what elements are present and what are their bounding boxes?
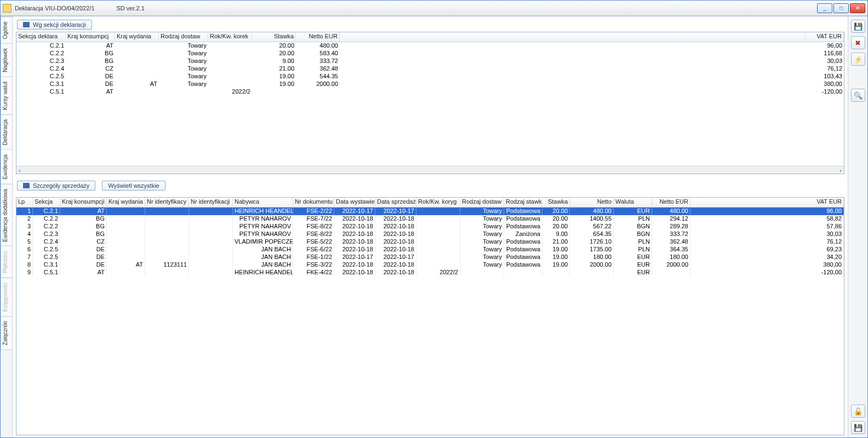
details-col-header[interactable]: Rodzaj dostaw xyxy=(460,198,504,207)
app-window: Deklaracja VIU-DO/04/2022/1 SD ver.2.1 _… xyxy=(0,0,868,438)
summary-grid-header: Sekcja deklaraKraj konsumpcjKraj wydania… xyxy=(16,32,844,42)
summary-col-header[interactable]: VAT EUR xyxy=(806,32,844,42)
details-grid-body[interactable]: 1C.2.1ATHEINRICH HEANDELFSE-2/222022-10-… xyxy=(16,208,844,435)
details-col-header[interactable]: Kraj wydania xyxy=(107,198,145,207)
details-col-header[interactable]: Nr identyfikacy xyxy=(145,198,189,207)
details-col-header[interactable]: Rok/Kw. koryg xyxy=(416,198,460,207)
summary-row[interactable]: C.3.1DEATTowary19.002000.00380,00 xyxy=(16,80,844,88)
show-all-label: Wyświetl wszystkie xyxy=(108,182,159,189)
vtab-nagłówek[interactable]: Nagłówek xyxy=(1,43,12,77)
summary-col-header[interactable]: Rodzaj dostaw xyxy=(159,32,208,42)
maximize-button[interactable]: □ xyxy=(833,3,849,13)
by-section-button[interactable]: Wg sekcji deklaracji xyxy=(17,20,92,30)
summary-col-header[interactable]: Kraj konsumpcj xyxy=(66,32,115,42)
summary-col-header[interactable] xyxy=(340,32,806,42)
details-col-header[interactable]: Netto xyxy=(570,198,614,207)
vertical-tabs: OgólneNagłówekKursy walutDeklaracjaEwide… xyxy=(1,16,13,437)
summary-row[interactable]: C.2.2BGTowary20.00583.40116,68 xyxy=(16,50,844,57)
recalc-button[interactable]: ⚡ xyxy=(851,53,865,66)
details-col-header[interactable]: Nr identyfikacji xyxy=(189,198,233,207)
details-col-header[interactable]: Lp xyxy=(16,198,33,207)
vtab-załączniki[interactable]: Załączniki xyxy=(1,316,12,350)
details-col-header[interactable]: Nr dokumentu xyxy=(293,198,334,207)
details-row[interactable]: 1C.2.1ATHEINRICH HEANDELFSE-2/222022-10-… xyxy=(16,208,844,215)
disk-button[interactable]: 💾 xyxy=(851,421,865,434)
summary-row[interactable]: C.2.3BGTowary9.00333.7230,03 xyxy=(16,57,844,65)
by-section-label: Wg sekcji deklaracji xyxy=(33,21,86,28)
details-col-header[interactable]: Sekcja xyxy=(33,198,60,207)
summary-row[interactable]: C.5.1AT2022/2-120,00 xyxy=(16,88,844,96)
sales-details-button[interactable]: Szczegóły sprzedaży xyxy=(17,181,95,191)
details-grid: LpSekcjaKraj konsumpcjiKraj wydaniaNr id… xyxy=(16,197,844,435)
show-all-button[interactable]: Wyświetl wszystkie xyxy=(102,181,165,191)
vtab-płatności: Płatności xyxy=(1,246,12,278)
vtab-księgowość: Księgowość xyxy=(1,278,12,316)
details-row[interactable]: 7C.2.5DEJAN BACHFSE-1/222022-10-172022-1… xyxy=(16,253,844,261)
summary-col-header[interactable]: Kraj wydania xyxy=(115,32,159,42)
details-col-header[interactable]: Stawka xyxy=(542,198,570,207)
details-col-header[interactable]: Nabywca xyxy=(233,198,293,207)
summary-col-header[interactable]: Rok/Kw. korek xyxy=(208,32,252,42)
minimize-button[interactable]: _ xyxy=(817,3,832,13)
lock-button[interactable]: 🔓 xyxy=(851,405,865,418)
sales-details-label: Szczegóły sprzedaży xyxy=(33,182,89,189)
details-col-header[interactable]: Data wystawie xyxy=(334,198,375,207)
titlebar: Deklaracja VIU-DO/04/2022/1 SD ver.2.1 _… xyxy=(1,1,867,16)
details-col-header[interactable]: Rodzaj stawki xyxy=(504,198,542,207)
details-row[interactable]: 6C.2.5DEJAN BACHFSE-6/222022-10-182022-1… xyxy=(16,246,844,253)
app-icon xyxy=(3,4,12,13)
summary-col-header[interactable]: Netto EUR xyxy=(296,32,340,42)
summary-col-header[interactable]: Sekcja deklara xyxy=(16,32,66,42)
details-col-header[interactable]: VAT EUR xyxy=(690,198,844,207)
details-grid-header: LpSekcjaKraj konsumpcjiKraj wydaniaNr id… xyxy=(16,198,844,208)
details-row[interactable]: 2C.2.2BGPETYR NAHAROVFSE-7/222022-10-182… xyxy=(16,215,844,223)
summary-row[interactable]: C.2.4CZTowary21.00362.4876,12 xyxy=(16,65,844,73)
vtab-deklaracja[interactable]: Deklaracja xyxy=(1,114,12,150)
details-col-header[interactable]: Waluta xyxy=(614,198,652,207)
summary-row[interactable]: C.2.5DETowary19.00544.35103,43 xyxy=(16,73,844,80)
delete-button[interactable]: ✖ xyxy=(851,36,865,49)
window-version: SD ver.2.1 xyxy=(117,5,145,11)
main-panel: Wg sekcji deklaracji Sekcja deklaraKraj … xyxy=(13,16,848,437)
details-col-header[interactable]: Data sprzedaż xyxy=(375,198,416,207)
right-toolbar: 💾 ✖ ⚡ 🔍 🔓 💾 xyxy=(848,16,867,437)
details-col-header[interactable]: Netto EUR xyxy=(652,198,690,207)
vtab-ogólne[interactable]: Ogólne xyxy=(1,16,12,44)
window-title: Deklaracja VIU-DO/04/2022/1 xyxy=(15,5,95,11)
details-row[interactable]: 4C.2.3BGPETYR NAHAROVFSE-8/222022-10-182… xyxy=(16,230,844,238)
close-button[interactable]: ✕ xyxy=(850,3,865,13)
vtab-kursy-walut[interactable]: Kursy walut xyxy=(1,77,12,115)
details-row[interactable]: 9C.5.1ATHEINRICH HEANDELFKE-4/222022-10-… xyxy=(16,269,844,276)
summary-scrollbar[interactable]: ‹› xyxy=(16,166,844,174)
summary-col-header[interactable]: Stawka xyxy=(252,32,296,42)
export-icon xyxy=(23,22,30,27)
details-col-header[interactable]: Kraj konsumpcji xyxy=(60,198,107,207)
summary-grid: Sekcja deklaraKraj konsumpcjKraj wydania… xyxy=(16,32,844,174)
content-area: OgólneNagłówekKursy walutDeklaracjaEwide… xyxy=(1,16,867,437)
details-row[interactable]: 5C.2.4CZVLADIMIR POPECZEKFSE-5/222022-10… xyxy=(16,238,844,246)
summary-grid-body[interactable]: C.2.1ATTowary20.00480.0096,00C.2.2BGTowa… xyxy=(16,42,844,166)
search-button[interactable]: 🔍 xyxy=(851,89,865,102)
save-button[interactable]: 💾 xyxy=(851,20,865,33)
vtab-ewidencja[interactable]: Ewidencja xyxy=(1,149,12,185)
summary-row[interactable]: C.2.1ATTowary20.00480.0096,00 xyxy=(16,42,844,50)
details-row[interactable]: 3C.2.2BGPETYR NAHAROVFSE-8/222022-10-182… xyxy=(16,223,844,230)
export-icon xyxy=(23,183,30,188)
details-row[interactable]: 8C.3.1DEAT1123111JAN BACHFSE-3/222022-10… xyxy=(16,261,844,269)
vtab-ewidencja-dodatkowa[interactable]: Ewidencja dodatkowa xyxy=(1,184,12,247)
